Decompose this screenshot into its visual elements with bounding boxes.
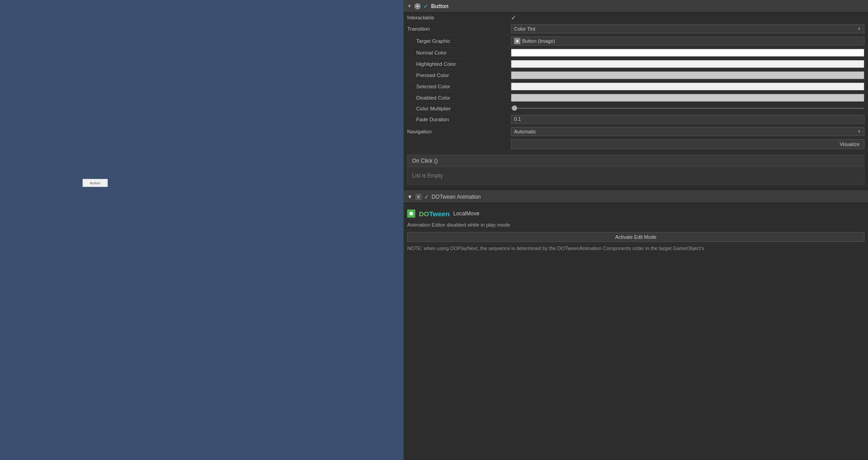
dotween-localmove-label: LocalMove — [453, 210, 479, 217]
dotween-note-text: NOTE: when using DOPlayNext, the sequenc… — [407, 245, 864, 252]
color-multiplier-thumb[interactable] — [512, 105, 517, 111]
button-component-title: Button — [431, 3, 449, 9]
color-multiplier-value — [511, 108, 864, 109]
scene-ui-button: Button — [83, 179, 108, 187]
interactable-check-icon[interactable]: ✓ — [511, 14, 516, 21]
collapse-arrow-icon[interactable]: ▼ — [407, 4, 412, 9]
highlighted-color-swatch[interactable] — [511, 60, 864, 68]
disabled-color-field[interactable] — [511, 94, 864, 102]
button-component-header[interactable]: ▼ ● ✓ Button — [404, 0, 868, 13]
color-multiplier-slider-container — [511, 108, 864, 109]
component-circle-icon: ● — [414, 3, 421, 9]
dotween-collapse-arrow-icon[interactable]: ▼ — [407, 194, 413, 200]
pressed-color-label: Pressed Color — [407, 73, 511, 78]
highlighted-color-row: Highlighted Color — [404, 59, 868, 70]
interactable-value: ✓ — [511, 14, 864, 21]
visualize-row: Visualize — [404, 138, 868, 151]
pressed-color-swatch[interactable] — [511, 71, 864, 79]
highlighted-color-value — [511, 60, 864, 68]
transition-dropdown[interactable]: Color Tint ▼ — [511, 24, 864, 33]
target-graphic-row: Target Graphic ▣ Button (Image) — [404, 35, 868, 47]
color-multiplier-label: Color Multiplier — [407, 106, 511, 111]
dotween-section: ▼ # ✓ DOTween Animation DOTween LocalMov… — [404, 191, 868, 256]
dotween-logo-text: DOTween — [419, 210, 450, 218]
onclick-section: On Click () List is Empty — [407, 155, 864, 185]
dotween-hash-icon: # — [415, 194, 422, 200]
normal-color-field[interactable] — [511, 49, 864, 57]
normal-color-value — [511, 49, 864, 57]
dropdown-arrow-icon: ▼ — [857, 27, 861, 31]
dotween-component-header[interactable]: ▼ # ✓ DOTween Animation — [404, 191, 868, 203]
navigation-value-col: Automatic ▼ — [511, 127, 864, 136]
target-graphic-label: Target Graphic — [407, 38, 511, 44]
selected-color-row: Selected Color — [404, 81, 868, 92]
disabled-color-value — [511, 94, 864, 102]
selected-color-value — [511, 82, 864, 91]
color-multiplier-row: Color Multiplier — [404, 104, 868, 114]
inspector-panel: ▼ ● ✓ Button Interactable ✓ Transition C… — [404, 0, 868, 460]
target-graphic-text: Button (Image) — [522, 38, 555, 44]
navigation-dropdown[interactable]: Automatic ▼ — [511, 127, 864, 136]
color-multiplier-track[interactable] — [511, 108, 864, 109]
selected-color-swatch[interactable] — [511, 82, 864, 91]
fade-duration-text: 0.1 — [514, 116, 521, 122]
fade-duration-label: Fade Duration — [407, 117, 511, 122]
dotween-enable-checkbox[interactable]: ✓ — [424, 194, 429, 200]
fade-duration-value-col: 0.1 — [511, 115, 864, 124]
navigation-dropdown-text: Automatic — [514, 129, 536, 134]
dotween-logo-row: DOTween LocalMove — [407, 207, 864, 220]
dotween-tween-text: Tween — [429, 210, 450, 218]
navigation-label: Navigation — [407, 129, 511, 134]
onclick-header: On Click () — [408, 155, 864, 167]
dotween-logo-dot — [409, 212, 413, 215]
navigation-dropdown-arrow-icon: ▼ — [857, 129, 861, 134]
enable-checkbox[interactable]: ✓ — [423, 3, 428, 9]
disabled-color-row: Disabled Color — [404, 92, 868, 104]
image-icon: ▣ — [514, 38, 520, 44]
transition-dropdown-text: Color Tint — [514, 26, 535, 32]
normal-color-swatch[interactable] — [511, 49, 864, 57]
interactable-label: Interactable — [407, 15, 511, 20]
visualize-button[interactable]: Visualize — [511, 139, 864, 149]
target-graphic-field[interactable]: ▣ Button (Image) — [511, 36, 864, 46]
dotween-body: DOTween LocalMove Animation Editor disab… — [404, 203, 868, 256]
disabled-color-label: Disabled Color — [407, 95, 511, 100]
dotween-do-text: DO — [419, 210, 429, 218]
fade-duration-input[interactable]: 0.1 — [511, 115, 864, 124]
normal-color-row: Normal Color — [404, 47, 868, 59]
dotween-component-title: DOTween Animation — [432, 194, 481, 200]
dotween-disabled-message: Animation Editor disabled while in play … — [407, 220, 864, 229]
visualize-value-col: Visualize — [511, 139, 864, 149]
navigation-row: Navigation Automatic ▼ — [404, 126, 868, 138]
fade-duration-row: Fade Duration 0.1 — [404, 114, 868, 126]
scene-button-label: Button — [90, 181, 100, 185]
separator — [404, 188, 868, 189]
pressed-color-value — [511, 71, 864, 79]
transition-value-col: Color Tint ▼ — [511, 24, 864, 33]
pressed-color-row: Pressed Color — [404, 70, 868, 81]
activate-edit-mode-button[interactable]: Activate Edit Mode — [407, 232, 864, 242]
selected-color-field[interactable] — [511, 82, 864, 91]
normal-color-label: Normal Color — [407, 50, 511, 55]
scene-panel: Button — [0, 0, 404, 460]
highlighted-color-field[interactable] — [511, 60, 864, 68]
onclick-body: List is Empty — [408, 167, 864, 184]
disabled-color-swatch[interactable] — [511, 94, 864, 102]
list-empty-label: List is Empty — [412, 173, 443, 179]
transition-label: Transition — [407, 26, 511, 32]
pressed-color-field[interactable] — [511, 71, 864, 79]
dotween-logo-box — [407, 210, 415, 218]
highlighted-color-label: Highlighted Color — [407, 61, 511, 67]
interactable-row: Interactable ✓ — [404, 13, 868, 23]
selected-color-label: Selected Color — [407, 84, 511, 89]
target-graphic-value-col: ▣ Button (Image) — [511, 36, 864, 46]
transition-row: Transition Color Tint ▼ — [404, 23, 868, 35]
onclick-header-label: On Click () — [412, 158, 438, 164]
